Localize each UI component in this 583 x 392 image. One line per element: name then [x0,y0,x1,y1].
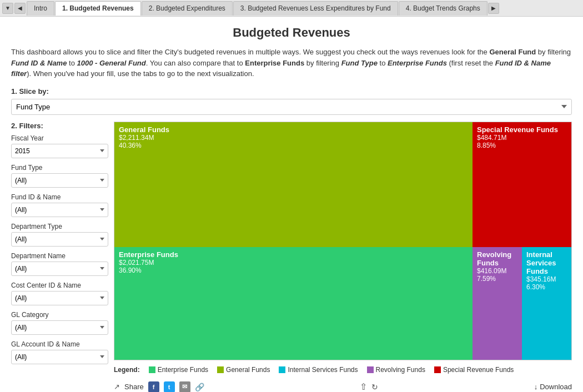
special-revenue-label: Special Revenue Funds [477,125,567,134]
legend-dot-internal [279,366,285,373]
filter-dept-name-label: Department Name [11,252,108,260]
tab-back-btn[interactable]: ◀ [14,3,26,14]
filter-fund-type-label: Fund Type [11,164,108,172]
filter-fiscal-year: Fiscal Year 201520142013 [11,134,108,158]
main-area: 2. Filters: Fiscal Year 201520142013 Fun… [11,122,572,393]
legend-label-internal: Internal Services Funds [288,366,358,374]
refresh-icon[interactable]: ↻ [371,383,378,391]
legend-item-enterprise[interactable]: Enterprise Funds [149,366,208,374]
enterprise-funds-pct: 36.90% [119,267,468,274]
filter-dept-type: Department Type (All) [11,223,108,247]
slice-select[interactable]: Fund Type Fund ID & Name Department Type… [11,99,572,115]
enterprise-funds-value: $2,021.75M [119,259,468,267]
share-arrow-icon: ↗ [114,383,120,391]
treemap-cell-internal-services[interactable]: Internal Services Funds $345.16M 6.30% [522,247,571,360]
filter-fund-type: Fund Type (All)General FundsEnterprise F… [11,164,108,188]
legend-dot-enterprise [149,366,155,373]
filters-panel: 2. Filters: Fiscal Year 201520142013 Fun… [11,122,114,393]
tab-prev-btn[interactable]: ▼ [2,3,13,14]
internal-services-label: Internal Services Funds [526,250,567,275]
description: This dashboard allows you to slice and f… [11,47,572,79]
main-content: Budgeted Revenues This dashboard allows … [0,17,583,392]
legend-item-revolving[interactable]: Revolving Funds [367,366,425,374]
general-funds-label: General Funds [119,125,468,134]
filter-dept-name: Department Name (All) [11,252,108,276]
filter-fiscal-year-label: Fiscal Year [11,134,108,142]
filter-dept-type-label: Department Type [11,223,108,230]
tab-intro[interactable]: Intro [27,1,54,16]
treemap-cell-special-revenue[interactable]: Special Revenue Funds $484.71M 8.85% [473,122,571,247]
ef-val-highlight: Enterprise Funds [388,59,447,67]
internal-services-value: $345.16M [526,275,567,283]
special-revenue-pct: 8.85% [477,142,567,149]
gf-val-highlight: 1000 - General Fund [77,59,145,67]
legend-label: Legend: [114,366,140,374]
tab-next-btn[interactable]: ▶ [488,3,499,14]
filter-gl-account-label: GL Account ID & Name [11,340,108,348]
treemap-cell-revolving[interactable]: Revolving Funds $416.09M 7.59% [473,247,522,360]
legend-label-special: Special Revenue Funds [443,366,514,374]
link-button[interactable]: 🔗 [195,383,204,391]
ef-highlight: Enterprise Funds [245,59,304,67]
ft-highlight: Fund Type [341,59,378,67]
footer: ↗ Share f t ✉ 🔗 ⇧ ↻ ↓ Download [114,378,572,393]
legend-item-general[interactable]: General Funds [217,366,270,374]
internal-services-pct: 6.30% [526,283,567,291]
download-button[interactable]: ↓ Download [534,383,572,391]
footer-center: ⇧ ↻ [360,381,378,392]
filter-dept-type-select[interactable]: (All) [11,232,108,247]
footer-left: ↗ Share f t ✉ 🔗 [114,381,204,393]
filter-dept-name-select[interactable]: (All) [11,262,108,276]
filter-gl-category-select[interactable]: (All) [11,320,108,335]
legend-dot-revolving [367,366,374,373]
legend-dot-special [434,366,441,373]
gf-highlight: General Fund [489,48,536,56]
download-arrow-icon: ↓ [534,383,538,391]
treemap-cell-enterprise-funds[interactable]: Enterprise Funds $2,021.75M 36.90% [114,247,473,360]
treemap[interactable]: General Funds $2,211.34M 40.36% Enterpri… [114,122,572,360]
page-title: Budgeted Revenues [11,26,572,40]
treemap-left: General Funds $2,211.34M 40.36% Enterpri… [114,122,473,360]
email-button[interactable]: ✉ [179,381,190,393]
tab-3[interactable]: 3. Budgeted Revenues Less Expenditures b… [233,1,398,16]
filters-label: 2. Filters: [11,122,108,130]
filter-cost-center-label: Cost Center ID & Name [11,282,108,289]
filter-fund-type-select[interactable]: (All)General FundsEnterprise Funds [11,173,108,188]
upload-icon[interactable]: ⇧ [360,381,367,392]
legend: Legend: Enterprise Funds General Funds I… [114,366,572,374]
filter-gl-category-label: GL Category [11,311,108,319]
filter-cost-center: Cost Center ID & Name (All) [11,282,108,305]
filter-fund-id: Fund ID & Name (All)1000 - General Fund [11,193,108,217]
facebook-button[interactable]: f [148,381,159,393]
filter-fund-id-label: Fund ID & Name [11,193,108,201]
filter-cost-center-select[interactable]: (All) [11,291,108,305]
share-label: Share [124,383,144,391]
filter-gl-account-select[interactable]: (All) [11,350,108,364]
tab-1[interactable]: 1. Budgeted Revenues [55,1,141,16]
legend-label-revolving: Revolving Funds [376,366,425,374]
chart-area: General Funds $2,211.34M 40.36% Enterpri… [114,122,572,393]
special-revenue-value: $484.71M [477,134,567,142]
tab-2[interactable]: 2. Budgeted Expenditures [142,1,233,16]
treemap-cell-general-funds[interactable]: General Funds $2,211.34M 40.36% [114,122,473,247]
revolving-funds-label: Revolving Funds [477,250,517,267]
enterprise-funds-label: Enterprise Funds [119,250,468,259]
general-funds-pct: 40.36% [119,142,468,149]
revolving-funds-pct: 7.59% [477,275,517,283]
legend-label-general: General Funds [226,366,270,374]
filter-gl-category: GL Category (All) [11,311,108,335]
legend-label-enterprise: Enterprise Funds [158,366,208,374]
filter-fiscal-year-select[interactable]: 201520142013 [11,144,108,158]
filter-fund-id-select[interactable]: (All)1000 - General Fund [11,203,108,217]
download-label: Download [540,383,572,391]
legend-item-special[interactable]: Special Revenue Funds [434,366,514,374]
revolving-funds-value: $416.09M [477,267,517,275]
filter-gl-account: GL Account ID & Name (All) [11,340,108,364]
treemap-right: Special Revenue Funds $484.71M 8.85% Rev… [473,122,571,360]
slice-section: 1. Slice by: Fund Type Fund ID & Name De… [11,87,572,122]
legend-dot-general [217,366,224,373]
tab-bar: ▼ ◀ Intro 1. Budgeted Revenues 2. Budget… [0,0,583,17]
legend-item-internal[interactable]: Internal Services Funds [279,366,358,374]
tab-4[interactable]: 4. Budget Trends Graphs [399,1,487,16]
twitter-button[interactable]: t [164,381,175,393]
